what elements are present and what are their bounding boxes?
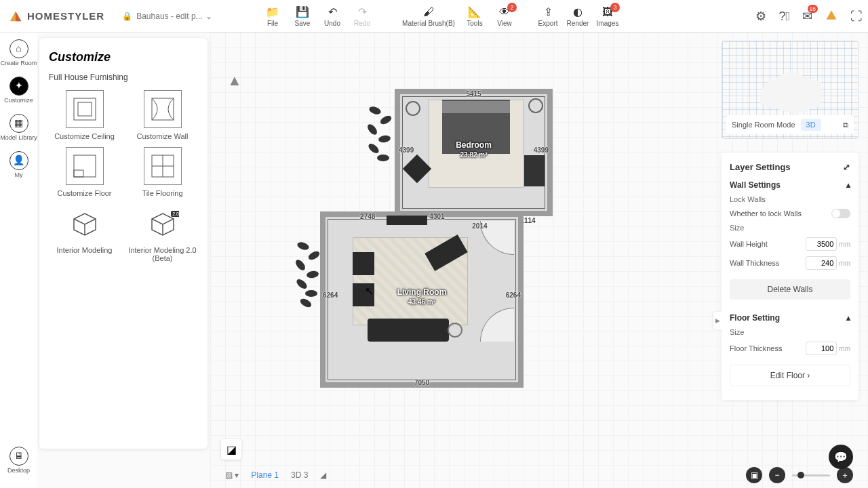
settings-icon[interactable]: ⚙ [755,9,766,24]
wall-size-label: Size [730,224,850,232]
floor-icon [66,147,104,185]
aperture-icon: ◐ [573,5,583,18]
zoom-in-icon[interactable]: ＋ [837,467,853,483]
hatch-toggle[interactable]: ▨ ▾ [225,470,239,480]
customize-subtitle: Full House Furnishing [49,73,198,82]
plant-decor [362,107,403,168]
render-button[interactable]: ◐Render [563,0,593,33]
chevron-down-icon: ⌄ [205,12,212,21]
lamp-icon [528,98,543,113]
panel-collapse-handle[interactable]: ▶ [713,312,722,329]
interior-modeling[interactable]: Interior Modeling [49,204,120,262]
delete-walls-button[interactable]: Delete Walls [730,279,850,300]
svg-rect-4 [74,170,83,177]
material-brush-button[interactable]: 🖌Material Brush(B) [397,0,460,33]
wall-thickness-label: Wall Thickness [730,259,779,267]
wall-height-input[interactable] [806,237,837,251]
customize-wall[interactable]: Customize Wall [127,90,198,140]
plane-selector[interactable]: Plane 1 [251,470,279,480]
floor-size-label: Size [730,328,850,336]
preview-mode-bar: Single Room Mode 3D ⧉ [726,115,854,134]
desktop-icon: 🖥 [9,447,28,466]
palette-icon[interactable] [825,8,838,25]
layer-settings-panel: Layer Settings⤢ Wall Settings▴ Lock Wall… [722,152,859,400]
lock-walls-desc: Whether to lock Walls [730,209,802,218]
room-living[interactable]: Living Room43.46 m² 2748 4301 2014 6264 … [320,211,524,388]
lock-walls-toggle[interactable] [831,209,850,218]
tv-unit[interactable] [387,216,427,225]
lock-icon: 🔒 [122,12,132,21]
floor-setting-heading: Floor Setting [730,313,780,323]
wall-thickness-input[interactable] [806,256,837,270]
floor-thickness-input[interactable] [806,342,837,355]
sidebar-item-customize[interactable]: ✦Customize [0,77,37,104]
svg-rect-1 [78,102,92,116]
layer-settings-title: Layer Settings [730,162,791,172]
project-name: Bauhaus - edit p... [136,12,202,21]
3d-preview[interactable]: Single Room Mode 3D ⧉ [722,41,859,139]
ceiling-icon [66,90,104,128]
zoom-slider[interactable] [792,474,830,476]
single-room-mode[interactable]: Single Room Mode [732,121,795,129]
save-button[interactable]: 💾Save [288,0,317,33]
file-menu[interactable]: 📁File [258,0,288,33]
sidebar-item-model-library[interactable]: ▦Model Library [0,114,37,142]
zoom-out-icon[interactable]: − [769,467,785,483]
wall-settings-heading: Wall Settings [730,180,781,190]
project-selector[interactable]: 🔒 Bauhaus - edit p... ⌄ [122,12,212,21]
interior-modeling-2[interactable]: 2.0Interior Modeling 2.0 (Beta) [127,204,198,262]
sidebar-item-create-room[interactable]: ⌂Create Room [0,39,37,67]
sofa[interactable] [368,319,449,342]
wall-icon [144,90,182,128]
bottom-bar: ▨ ▾ Plane 1 3D 3 ◢ ▣ − ＋ [210,462,868,488]
edit-floor-button[interactable]: Edit Floor › [730,365,850,386]
create-room-icon: ⌂ [9,39,28,58]
folder-icon: 📁 [266,5,279,18]
app-logo[interactable]: HOMESTYLER [0,9,113,24]
expand-icon[interactable]: ⤢ [843,162,850,172]
mail-icon[interactable]: ✉85 [802,9,812,24]
undo-button[interactable]: ↶Undo [317,0,347,33]
preview-expand-icon[interactable]: ⧉ [843,121,848,129]
view-menu[interactable]: 👁View2 [490,0,519,33]
more-views[interactable]: ◢ [320,470,326,480]
bedroom-label: Bedroom23.82 m² [456,140,492,160]
brush-icon: 🖌 [423,6,434,18]
preview-3d-button[interactable]: 3D [801,119,821,131]
mail-badge: 85 [808,5,818,13]
chair-bedroom[interactable] [524,155,545,186]
floor-thickness-label: Floor Thickness [730,344,782,352]
collapse-icon[interactable]: ▴ [846,180,850,190]
customize-title: Customize [49,50,198,64]
tile-flooring[interactable]: Tile Flooring [127,147,198,197]
sidebar-item-my[interactable]: 👤My [0,151,37,179]
customize-floor[interactable]: Customize Floor [49,147,120,197]
living-label: Living Room43.46 m² [397,287,447,307]
fit-screen-icon[interactable]: ▣ [746,467,762,483]
chat-fab[interactable]: 💬 [829,445,853,469]
armchair-1[interactable] [353,252,374,275]
north-indicator: ▲ [227,72,242,89]
armchair-2[interactable] [353,283,374,306]
sidebar-item-desktop[interactable]: 🖥Desktop [0,447,37,474]
fullscreen-icon[interactable]: ⛶ [850,9,863,24]
right-tools: ⚙ ?⃝ ✉85 ⛶ [755,0,863,33]
images-badge: 3 [610,3,620,12]
redo-button[interactable]: ↷Redo [347,0,377,33]
tools-menu[interactable]: 📐Tools [460,0,490,33]
wall-height-label: Wall Height [730,240,768,248]
app-name: HOMESTYLER [27,10,104,22]
floor-level-button[interactable]: ◪ [221,439,241,460]
customize-icon: ✦ [9,77,28,96]
main-tools: 📁File 💾Save ↶Undo ↷Redo 🖌Material Brush(… [258,0,623,33]
3d-view-selector[interactable]: 3D 3 [291,470,308,480]
room-bedroom[interactable]: Bedroom23.82 m² 5415 4399 4399 4301 1114 [395,89,553,216]
svg-rect-3 [74,155,96,177]
plant-decor-2 [290,243,331,304]
help-icon[interactable]: ?⃝ [778,9,790,24]
images-button[interactable]: 🖼Images3 [593,0,623,33]
customize-ceiling[interactable]: Customize Ceiling [49,90,120,140]
collapse-icon-2[interactable]: ▴ [846,313,850,323]
model-library-icon: ▦ [9,114,28,133]
export-button[interactable]: ⇪Export [533,0,563,33]
